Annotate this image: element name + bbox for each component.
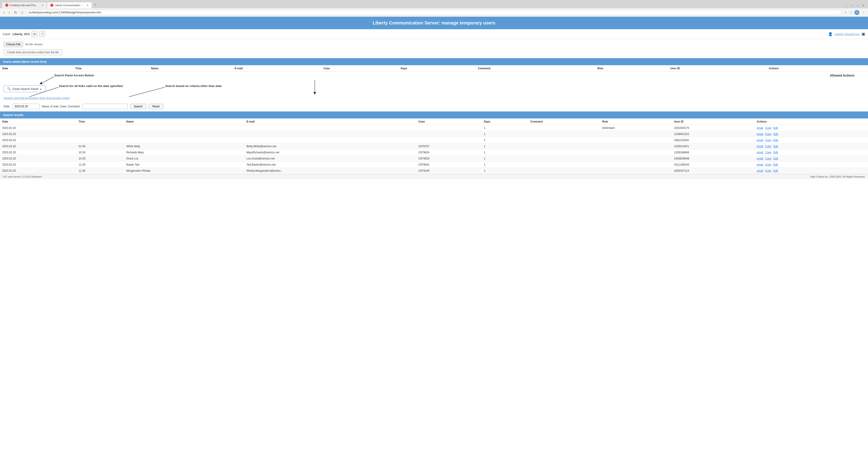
choose-file-btn[interactable]: Choose File — [4, 42, 23, 47]
sr-cell-case — [416, 137, 482, 143]
sr-cell-date: 2023.02.20 — [0, 162, 76, 168]
sr-col-case: Case — [416, 119, 482, 125]
sr-cell-case: C879624 — [416, 150, 482, 156]
sr-cell-case: C879707 — [416, 143, 482, 150]
action-copy[interactable]: Copy — [765, 132, 772, 136]
file-section: Choose File No file chosen Create links … — [0, 39, 868, 58]
sr-cell-actions: email Copy Edit — [754, 150, 868, 156]
page-footer: LVC web server 2.3.2312 Release4 High Cr… — [0, 174, 868, 179]
action-edit[interactable]: Edit — [773, 145, 778, 148]
sr-cell-role — [600, 137, 672, 143]
action-copy[interactable]: Copy — [765, 145, 772, 148]
col-actions: Actions — [767, 65, 868, 72]
action-email[interactable]: email — [757, 163, 764, 166]
bookmark-btn[interactable]: ☆ — [843, 10, 848, 15]
sr-col-user-id: User ID — [672, 119, 754, 125]
col-case: Case — [321, 65, 398, 72]
browser-toolbar: ‹ › ↻ ⌂ ☆ □ G ⋮ — [0, 8, 868, 17]
sr-cell-name — [124, 131, 244, 137]
address-bar[interactable] — [26, 10, 841, 15]
tab-menu-btn[interactable]: ⋮ — [843, 3, 849, 8]
sr-cell-date: 2023.02.20 — [0, 156, 76, 162]
sr-cell-actions: email Copy Edit — [754, 137, 868, 143]
file-row: Choose File No file chosen — [4, 42, 864, 47]
action-copy[interactable]: Copy — [765, 151, 772, 154]
action-email[interactable]: email — [757, 169, 764, 173]
refresh-btn[interactable]: ↻ — [13, 10, 18, 15]
action-edit[interactable]: Edit — [773, 126, 778, 129]
date-input[interactable] — [12, 104, 40, 109]
action-copy[interactable]: Copy — [765, 126, 772, 129]
action-email[interactable]: email — [757, 145, 764, 148]
sr-col-date: Date — [0, 119, 76, 125]
tab-close-1[interactable]: ✕ — [41, 4, 43, 7]
sr-col-time: Time — [76, 119, 124, 125]
user-icon: 👤 — [828, 32, 833, 36]
back-btn[interactable]: ‹ — [2, 10, 6, 15]
col-user-id: User ID — [668, 65, 766, 72]
help-icon-btn[interactable]: ? — [39, 31, 45, 37]
sr-cell-actions: email Copy Edit — [754, 162, 868, 168]
sr-cell-user-id: 1239641322 — [672, 131, 754, 137]
account-btn[interactable]: G — [855, 10, 859, 15]
home-btn[interactable]: ⌂ — [20, 10, 25, 15]
name-email-case-comment-input[interactable] — [83, 104, 128, 109]
browser-tab-1[interactable]: Creating Links and Phone Codes ✕ — [2, 2, 47, 8]
action-edit[interactable]: Edit — [773, 157, 778, 160]
file-name-label: No file chosen — [25, 43, 42, 46]
action-edit[interactable]: Edit — [773, 163, 778, 166]
col-email: E-mail — [232, 65, 321, 72]
action-edit[interactable]: Edit — [773, 132, 778, 136]
tab-close-2[interactable]: ✕ — [87, 4, 89, 7]
search-result-row: 2023.02.20 1 1981322091 email Copy Edit — [0, 137, 868, 143]
sr-cell-date: 2023.02.20 — [0, 125, 76, 131]
browser-tab-2[interactable]: Liberty Communication Server ✕ — [47, 2, 92, 8]
action-copy[interactable]: Copy — [765, 163, 772, 166]
browser-chrome: Creating Links and Phone Codes ✕ Liberty… — [0, 0, 868, 17]
col-days: Days — [398, 65, 475, 72]
action-copy[interactable]: Copy — [765, 138, 772, 142]
sr-col-role: Role — [600, 119, 672, 125]
action-email[interactable]: email — [757, 157, 764, 160]
menu-btn[interactable]: ⋮ — [861, 10, 866, 15]
reset-button[interactable]: Reset — [149, 104, 163, 109]
create-links-btn[interactable]: Create links and access codes from the f… — [4, 50, 62, 55]
sr-cell-role: Defendant — [600, 125, 672, 131]
action-email[interactable]: email — [757, 132, 764, 136]
sr-cell-email — [244, 131, 416, 137]
sr-cell-case — [416, 125, 482, 131]
user-name[interactable]: Liberty VirtualCourt — [835, 32, 860, 36]
search-edit-label[interactable]: Search and Edit temporary links and acce… — [4, 96, 70, 100]
maximize-btn[interactable]: □ — [855, 3, 860, 8]
email-icon-btn[interactable]: ✉ — [31, 31, 37, 37]
sr-cell-comment — [528, 131, 600, 137]
sr-cell-days: 1 — [482, 131, 528, 137]
sr-cell-user-id: 1659347114 — [672, 168, 754, 174]
extension-btn[interactable]: □ — [849, 10, 853, 15]
action-edit[interactable]: Edit — [773, 169, 778, 173]
action-email[interactable]: email — [757, 138, 764, 142]
action-email[interactable]: email — [757, 151, 764, 154]
col-date: Date — [0, 65, 73, 72]
minimize-btn[interactable]: ─ — [849, 3, 855, 8]
action-email[interactable]: email — [757, 126, 764, 129]
action-copy[interactable]: Copy — [765, 169, 772, 173]
search-results-body: 2023.02.20 1 Defendant 1001003175 email … — [0, 125, 868, 174]
search-button[interactable]: Search — [130, 104, 146, 109]
sr-cell-date: 2023.02.20 — [0, 143, 76, 150]
action-edit[interactable]: Edit — [773, 151, 778, 154]
close-search-panel-btn[interactable]: 🔍 Close Search Panel ▲ — [4, 85, 45, 92]
action-edit[interactable]: Edit — [773, 138, 778, 142]
sr-cell-role — [600, 168, 672, 174]
new-tab-btn[interactable]: + — [92, 1, 98, 8]
sr-cell-days: 1 — [482, 143, 528, 150]
close-browser-btn[interactable]: ✕ — [860, 3, 866, 8]
sr-cell-name: Grant Lou — [124, 156, 244, 162]
sr-cell-date: 2023.02.20 — [0, 137, 76, 143]
footer-right: High Criteria Inc. 2005-2022. All Rights… — [810, 175, 865, 178]
action-copy[interactable]: Copy — [765, 157, 772, 160]
annotation-search-date: Search for all links valid on the date s… — [59, 84, 123, 88]
top-bar-right: 👤 Liberty VirtualCourt ▣ — [828, 31, 865, 36]
forward-btn[interactable]: › — [7, 10, 11, 15]
profile-icon[interactable]: ▣ — [862, 31, 865, 36]
